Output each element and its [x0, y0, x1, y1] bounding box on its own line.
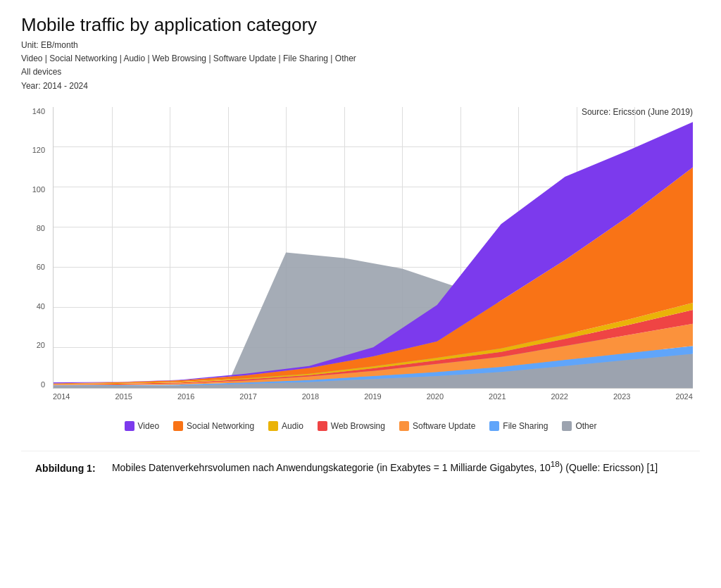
- legend-label-audio: Audio: [282, 421, 303, 431]
- legend-item-webbrowsing: Web Browsing: [318, 421, 385, 431]
- figure-caption: Abbildung 1: Mobiles Datenverkehrsvolume…: [21, 451, 700, 483]
- legend-label-softwareupdate: Software Update: [413, 421, 475, 431]
- y-label-60: 60: [37, 263, 45, 271]
- y-label-80: 80: [37, 224, 45, 232]
- legend-item-audio: Audio: [268, 421, 303, 431]
- y-label-140: 140: [32, 107, 45, 115]
- x-label-2020: 2020: [427, 392, 444, 401]
- legend-label-video: Video: [138, 421, 159, 431]
- y-label-120: 120: [32, 146, 45, 154]
- caption-body: Mobiles Datenverkehrsvolumen nach Anwend…: [112, 462, 658, 473]
- categories-label: Video | Social Networking | Audio | Web …: [21, 52, 700, 65]
- legend-swatch-filesharing: [489, 421, 499, 431]
- x-label-2021: 2021: [489, 392, 506, 401]
- legend-label-other: Other: [575, 421, 596, 431]
- unit-label: Unit: EB/month: [21, 39, 700, 52]
- legend-swatch-softwareupdate: [399, 421, 409, 431]
- x-label-2024: 2024: [675, 392, 692, 401]
- x-label-2023: 2023: [613, 392, 630, 401]
- legend-item-socialnetworking: Social Networking: [173, 421, 254, 431]
- legend-swatch-socialnetworking: [173, 421, 183, 431]
- stacked-area-chart: [54, 107, 693, 388]
- legend-swatch-webbrowsing: [318, 421, 327, 431]
- legend-label-socialnetworking: Social Networking: [187, 421, 254, 431]
- legend-item-other: Other: [562, 421, 596, 431]
- chart-legend: Video Social Networking Audio Web Browsi…: [21, 421, 700, 431]
- legend-swatch-audio: [268, 421, 278, 431]
- chart-container: 0 20 40 60 80 100 120 140: [21, 107, 700, 410]
- legend-label-webbrowsing: Web Browsing: [331, 421, 385, 431]
- y-axis: 0 20 40 60 80 100 120 140: [21, 107, 49, 389]
- legend-swatch-video: [125, 421, 134, 431]
- x-label-2014: 2014: [53, 392, 70, 401]
- x-label-2016: 2016: [177, 392, 194, 401]
- y-label-0: 0: [41, 380, 45, 389]
- legend-item-filesharing: File Sharing: [489, 421, 548, 431]
- y-label-20: 20: [37, 341, 45, 349]
- x-label-2022: 2022: [551, 392, 568, 401]
- x-label-2018: 2018: [302, 392, 319, 401]
- caption-text: Abbildung 1: Mobiles Datenverkehrsvolume…: [35, 458, 686, 476]
- x-label-2015: 2015: [115, 392, 132, 401]
- chart-area: Source: Ericsson (June 2019) 0 20 40 60 …: [21, 107, 700, 410]
- caption-label: Abbildung 1:: [35, 462, 96, 473]
- chart-title: Mobile traffic by application category: [21, 14, 700, 36]
- x-axis: 2014 2015 2016 2017 2018 2019 2020 2021 …: [53, 392, 693, 410]
- legend-item-video: Video: [125, 421, 159, 431]
- legend-label-filesharing: File Sharing: [503, 421, 548, 431]
- legend-swatch-other: [562, 421, 572, 431]
- x-label-2017: 2017: [239, 392, 256, 401]
- year-range-label: Year: 2014 - 2024: [21, 80, 700, 93]
- y-label-40: 40: [37, 302, 45, 311]
- x-label-2019: 2019: [364, 392, 381, 401]
- chart-plot-area: [53, 107, 693, 389]
- legend-item-softwareupdate: Software Update: [399, 421, 475, 431]
- y-label-100: 100: [32, 185, 45, 194]
- devices-label: All devices: [21, 65, 700, 79]
